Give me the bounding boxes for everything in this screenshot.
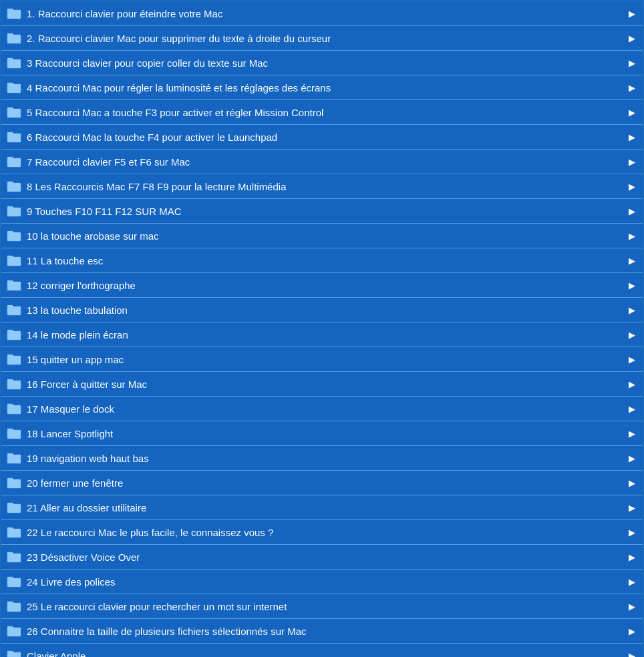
list-item[interactable]: 20 fermer une fenêtre▶ (1, 471, 643, 495)
item-label: 12 corriger l'orthographe (27, 280, 627, 291)
folder-icon (7, 32, 21, 44)
list-item[interactable]: 12 corriger l'orthographe▶ (1, 273, 643, 298)
list-item[interactable]: 26 Connaitre la taille de plusieurs fich… (1, 619, 643, 644)
list-item[interactable]: 16 Forcer à quitter sur Mac▶ (1, 372, 643, 397)
item-label: 4 Raccourci Mac pour régler la luminosit… (27, 82, 627, 93)
list-item[interactable]: 7 Raccourci clavier F5 et F6 sur Mac▶ (1, 150, 643, 174)
item-label: 10 la touche arobase sur mac (27, 230, 627, 242)
list-item[interactable]: 25 Le raccourci clavier pour rechercher … (1, 594, 643, 619)
arrow-icon: ▶ (627, 304, 637, 315)
folder-icon (7, 304, 21, 316)
list-item[interactable]: 2. Raccourci clavier Mac pour supprimer … (1, 26, 643, 51)
folder-icon (7, 131, 21, 143)
item-label: 25 Le raccourci clavier pour rechercher … (27, 601, 627, 612)
folder-icon (7, 551, 21, 563)
arrow-icon: ▶ (627, 255, 637, 266)
list-item[interactable]: 9 Touches F10 F11 F12 SUR MAC▶ (1, 199, 643, 224)
arrow-icon: ▶ (627, 403, 637, 414)
arrow-icon: ▶ (627, 82, 637, 93)
list-item[interactable]: 21 Aller au dossier utilitaire▶ (1, 495, 643, 520)
folder-icon (7, 205, 21, 217)
folder-icon (7, 625, 21, 637)
folder-icon (7, 57, 21, 69)
list-item[interactable]: 19 navigation web haut bas▶ (1, 446, 643, 471)
folder-icon (7, 650, 21, 657)
arrow-icon: ▶ (627, 156, 637, 167)
folder-icon (7, 378, 21, 390)
arrow-icon: ▶ (627, 33, 637, 43)
item-label: 24 Livre des polices (27, 576, 627, 588)
item-label: 20 fermer une fenêtre (27, 477, 627, 489)
arrow-icon: ▶ (627, 428, 637, 439)
folder-icon (7, 576, 21, 588)
list-item[interactable]: 10 la touche arobase sur mac▶ (1, 224, 643, 248)
item-label: 13 la touche tabulation (27, 304, 627, 316)
item-label: Clavier Apple (27, 650, 627, 658)
item-label: 9 Touches F10 F11 F12 SUR MAC (27, 206, 627, 217)
item-label: 1. Raccourci clavier pour éteindre votre… (27, 8, 627, 19)
folder-icon (7, 156, 21, 168)
arrow-icon: ▶ (627, 329, 637, 340)
folder-icon (7, 600, 21, 612)
arrow-icon: ▶ (627, 132, 637, 142)
item-label: 7 Raccourci clavier F5 et F6 sur Mac (27, 156, 627, 168)
arrow-icon: ▶ (627, 107, 637, 118)
arrow-icon: ▶ (627, 181, 637, 192)
folder-icon (7, 7, 21, 19)
item-label: 11 La touche esc (27, 255, 627, 266)
list-item[interactable]: 5 Raccourci Mac a touche F3 pour activer… (1, 100, 643, 125)
folder-icon (7, 279, 21, 291)
arrow-icon: ▶ (627, 477, 637, 488)
list-item[interactable]: 8 Les Raccourcis Mac F7 F8 F9 pour la le… (1, 174, 643, 199)
item-label: 19 navigation web haut bas (27, 453, 627, 464)
list-item[interactable]: 4 Raccourci Mac pour régler la luminosit… (1, 75, 643, 100)
list-item[interactable]: 15 quitter un app mac▶ (1, 347, 643, 372)
arrow-icon: ▶ (627, 280, 637, 290)
arrow-icon: ▶ (627, 8, 637, 19)
item-label: 18 Lancer Spotlight (27, 428, 627, 439)
list-item[interactable]: 6 Raccourci Mac la touche F4 pour active… (1, 125, 643, 150)
folder-icon (7, 81, 21, 93)
arrow-icon: ▶ (627, 502, 637, 513)
item-label: 6 Raccourci Mac la touche F4 pour active… (27, 132, 627, 143)
playlist-container: 1. Raccourci clavier pour éteindre votre… (0, 0, 644, 657)
arrow-icon: ▶ (627, 206, 637, 216)
list-item[interactable]: 14 le mode plein écran▶ (1, 322, 643, 347)
arrow-icon: ▶ (627, 354, 637, 365)
list-item[interactable]: 17 Masquer le dock▶ (1, 397, 643, 421)
folder-icon (7, 501, 21, 513)
item-label: 22 Le raccourci Mac le plus facile, le c… (27, 527, 627, 538)
item-label: 21 Aller au dossier utilitaire (27, 502, 627, 513)
list-item[interactable]: 1. Raccourci clavier pour éteindre votre… (1, 1, 643, 26)
arrow-icon: ▶ (627, 552, 637, 562)
arrow-icon: ▶ (627, 453, 637, 463)
arrow-icon: ▶ (627, 576, 637, 587)
item-label: 2. Raccourci clavier Mac pour supprimer … (27, 33, 627, 44)
list-item[interactable]: 24 Livre des polices▶ (1, 570, 643, 594)
arrow-icon: ▶ (627, 527, 637, 537)
list-item[interactable]: 22 Le raccourci Mac le plus facile, le c… (1, 520, 643, 545)
folder-icon (7, 526, 21, 538)
arrow-icon: ▶ (627, 650, 637, 657)
item-label: 14 le mode plein écran (27, 329, 627, 341)
item-label: 15 quitter un app mac (27, 354, 627, 365)
item-label: 16 Forcer à quitter sur Mac (27, 379, 627, 390)
list-item[interactable]: 13 la touche tabulation▶ (1, 298, 643, 322)
folder-icon (7, 230, 21, 242)
arrow-icon: ▶ (627, 379, 637, 389)
list-item[interactable]: 18 Lancer Spotlight▶ (1, 421, 643, 446)
folder-icon (7, 328, 21, 341)
folder-icon (7, 106, 21, 118)
folder-icon (7, 427, 21, 439)
list-item[interactable]: 11 La touche esc▶ (1, 248, 643, 273)
item-label: 3 Raccourci clavier pour copier coller d… (27, 57, 627, 69)
list-item[interactable]: 3 Raccourci clavier pour copier coller d… (1, 51, 643, 75)
arrow-icon: ▶ (627, 601, 637, 612)
item-label: 26 Connaitre la taille de plusieurs fich… (27, 626, 627, 637)
item-label: 17 Masquer le dock (27, 403, 627, 415)
folder-icon (7, 353, 21, 365)
list-item[interactable]: Clavier Apple▶ (1, 644, 643, 657)
folder-icon (7, 477, 21, 489)
list-item[interactable]: 23 Désactiver Voice Over▶ (1, 545, 643, 570)
item-label: 23 Désactiver Voice Over (27, 552, 627, 563)
